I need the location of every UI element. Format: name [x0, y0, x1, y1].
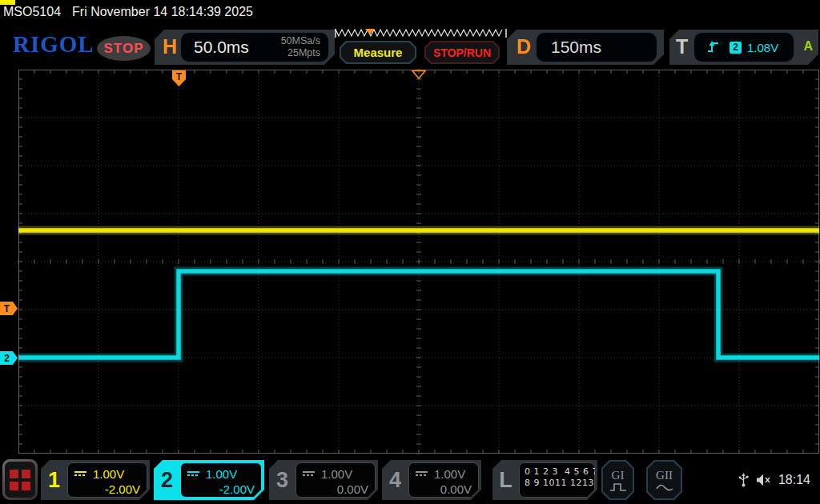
dc-coupling-icon: [74, 471, 86, 476]
sine-wave-icon: [656, 482, 673, 492]
logic-analyzer-label: L: [492, 460, 519, 500]
channel-4-readout: 1.00V 0.00V: [408, 462, 479, 498]
acquisition-info: 50MSa/s 25Mpts: [281, 35, 320, 59]
run-state-label: STOP: [104, 41, 144, 57]
channel-2-number: 2: [154, 460, 180, 500]
rising-edge-icon: [707, 40, 720, 54]
model-name: MSO5104: [3, 5, 61, 19]
sample-rate: 50MSa/s: [281, 35, 320, 46]
main-menu-button[interactable]: [2, 459, 38, 500]
rigol-logo: RIGOL: [13, 31, 94, 58]
channel-3-scale: 1.00V: [321, 467, 352, 481]
delay-readout: 150ms: [536, 32, 657, 62]
speaker-muted-icon[interactable]: [756, 474, 771, 486]
bottom-bar: 1 1.00V -2.00V 2 1.00V -2.00V 3: [0, 456, 820, 504]
channel-2-tab[interactable]: 2 1.00V -2.00V: [154, 460, 264, 500]
pulse-wave-icon: [609, 482, 627, 492]
channel-1-offset: -2.00V: [74, 482, 140, 498]
channel-4-scale: 1.00V: [434, 467, 465, 481]
channel-3-readout: 1.00V 0.00V: [295, 462, 376, 498]
channel-2-offset: -2.00V: [187, 482, 255, 498]
clock: 18:14: [778, 473, 810, 487]
channel-1-tab[interactable]: 1 1.00V -2.00V: [41, 460, 150, 500]
generator-2-label: GII: [656, 469, 673, 482]
timebase-value: 50.0ms: [194, 38, 249, 57]
measure-button[interactable]: Measure: [340, 41, 416, 64]
dc-coupling-icon: [303, 471, 315, 476]
generator-2-button[interactable]: GII: [646, 460, 682, 500]
usb-icon: [738, 473, 749, 487]
header-bar: RIGOL STOP H 50.0ms 50MSa/s 25Mpts Measu…: [0, 24, 820, 68]
generator-1-label: GI: [612, 469, 625, 482]
channel-1-readout: 1.00V -2.00V: [67, 462, 147, 498]
trigger-settings-button[interactable]: T 2 1.08V A: [669, 30, 818, 65]
horizontal-settings-button[interactable]: H 50.0ms 50MSa/s 25Mpts: [155, 30, 335, 65]
stop-run-label: STOP/RUN: [433, 46, 491, 59]
titlebar: MSO5104 Fri November 14 18:14:39 2025: [0, 0, 820, 24]
channel-3-number: 3: [269, 460, 295, 500]
run-state-indicator[interactable]: STOP: [97, 36, 151, 61]
channel-4-number: 4: [382, 460, 408, 500]
channel-2-readout: 1.00V -2.00V: [180, 462, 262, 498]
channel-2-scale: 1.00V: [206, 467, 237, 481]
channel-1-scale: 1.00V: [93, 467, 124, 481]
dc-coupling-icon: [187, 471, 199, 476]
menu-grid-icon: [5, 462, 35, 498]
generator-1-button[interactable]: GI: [601, 460, 634, 500]
digital-channels-row1: 0 1 2 3 4 5 6 7: [525, 466, 591, 478]
trigger-label: T: [676, 35, 688, 58]
memory-preview-strip[interactable]: [335, 28, 508, 39]
channel-3-tab[interactable]: 3 1.00V 0.00V: [269, 460, 378, 500]
digital-channels-readout: 0 1 2 3 4 5 6 7 8 9 1011 12131415: [519, 462, 595, 498]
channel-4-tab[interactable]: 4 1.00V 0.00V: [382, 460, 481, 500]
delay-settings-button[interactable]: D 150ms: [507, 30, 664, 65]
horizontal-readout: 50.0ms 50MSa/s 25Mpts: [180, 32, 329, 62]
memory-depth: 25Mpts: [287, 47, 320, 58]
dc-coupling-icon: [416, 471, 428, 476]
channel-3-offset: 0.00V: [303, 482, 368, 498]
digital-channels-row2: 8 9 1011 12131415: [525, 478, 591, 489]
datetime: Fri November 14 18:14:39 2025: [72, 5, 253, 19]
delay-value: 150ms: [551, 38, 601, 57]
trigger-level-value: 1.08V: [747, 41, 778, 54]
oscilloscope-screen: MSO5104 Fri November 14 18:14:39 2025 RI…: [0, 0, 820, 504]
channel-4-offset: 0.00V: [416, 482, 472, 498]
measure-label: Measure: [354, 46, 403, 59]
trigger-readout: 2 1.08V: [693, 32, 794, 62]
waveform-display: [0, 68, 820, 460]
trigger-sweep-mode: A: [803, 39, 813, 54]
delay-label: D: [517, 35, 531, 58]
trigger-source-badge: 2: [730, 42, 742, 54]
logic-analyzer-tab[interactable]: L 0 1 2 3 4 5 6 7 8 9 1011 12131415: [492, 460, 597, 500]
horizontal-label: H: [163, 35, 177, 58]
stop-run-button[interactable]: STOP/RUN: [424, 41, 500, 64]
channel-1-number: 1: [41, 460, 67, 500]
